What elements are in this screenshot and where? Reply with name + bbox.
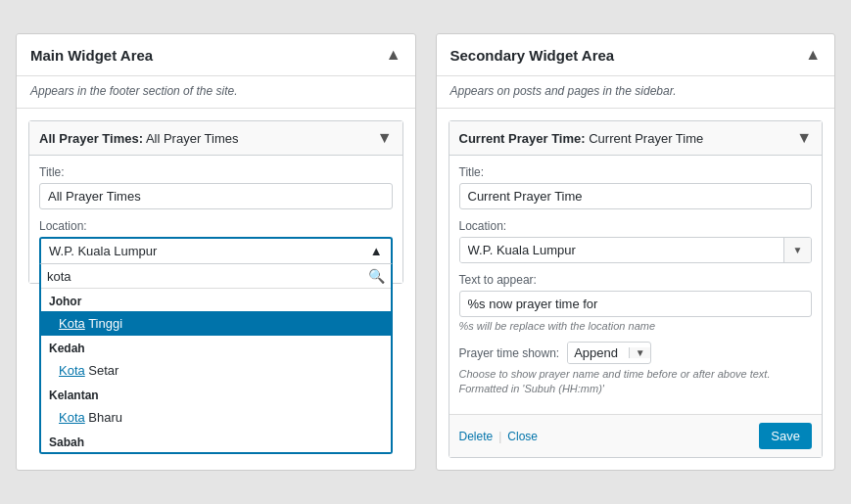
main-widget-area: Main Widget Area ▲ Appears in the footer… [16,33,416,471]
location-label: Location: [39,219,393,233]
text-appear-hint: %s will be replace with the location nam… [459,320,813,332]
all-prayer-times-widget: All Prayer Times: All Prayer Times ▼ Tit… [28,120,403,284]
dropdown-item-kota-setar[interactable]: Kota Setar [41,358,391,383]
prayer-time-hint2: Formatted in 'Subuh (HH:mm)' [459,383,813,394]
group-kedah: Kedah [41,336,391,358]
prayer-time-hint: Choose to show prayer name and time befo… [459,368,813,380]
right-title-row: Title: [459,165,813,209]
delete-link[interactable]: Delete [459,430,494,443]
main-widget-collapse-icon[interactable]: ▲ [386,46,402,64]
save-button[interactable]: Save [759,423,812,449]
prayer-time-label: Prayer time shown: [459,346,560,360]
prayer-time-select-arrow[interactable]: ▼ [629,347,650,358]
prayer-time-select-wrapper: Append Prepend ▼ [567,342,651,364]
main-widget-title: Main Widget Area [30,47,153,64]
secondary-widget-desc-italic: sidebar. [635,84,676,98]
location-dropdown-arrow: ▲ [370,244,383,258]
location-selected[interactable]: W.P. Kuala Lumpur ▲ [39,237,393,263]
footer-separator: | [498,430,501,443]
prayer-time-shown-row: Prayer time shown: Append Prepend ▼ Choo… [459,342,813,394]
group-johor: Johor [41,289,391,311]
right-location-row: Location: W.P. Kuala Lumpur ▼ [459,219,813,263]
text-appear-input[interactable] [459,291,813,317]
main-widget-desc: Appears in the footer section of the sit… [17,76,415,109]
right-location-label: Location: [459,219,813,233]
location-row: Location: W.P. Kuala Lumpur ▲ 🔍 [39,219,393,263]
current-prayer-time-body: Title: Location: W.P. Kuala Lumpur ▼ Tex… [449,156,823,414]
dropdown-item-kota-bharu[interactable]: Kota Bharu [41,405,391,430]
secondary-widget-desc: Appears on posts and pages in the sideba… [437,76,835,109]
current-prayer-time-header-title: Current Prayer Time: Current Prayer Time [459,131,704,146]
all-prayer-times-header[interactable]: All Prayer Times: All Prayer Times ▼ [29,121,402,156]
title-label: Title: [39,165,393,179]
location-dropdown: W.P. Kuala Lumpur ▲ 🔍 Johor Ko [39,237,393,263]
right-title-input[interactable] [459,183,813,209]
secondary-widget-area: Secondary Widget Area ▲ Appears on posts… [436,33,836,471]
secondary-widget-header: Secondary Widget Area ▲ [437,34,835,76]
group-sabah: Sabah [41,430,391,452]
prayer-time-select[interactable]: Append Prepend [568,343,629,363]
title-input[interactable] [39,183,393,209]
group-kelantan: Kelantan [41,383,391,405]
all-prayer-times-body: Title: Location: W.P. Kuala Lumpur ▲ [29,156,402,283]
right-location-select-wrapper: W.P. Kuala Lumpur ▼ [459,237,813,263]
current-prayer-time-header[interactable]: Current Prayer Time: Current Prayer Time… [449,121,823,156]
prayer-time-row: Prayer time shown: Append Prepend ▼ [459,342,813,364]
right-location-select-arrow[interactable]: ▼ [783,238,811,262]
widgets-container: Main Widget Area ▲ Appears in the footer… [16,33,835,471]
right-location-select[interactable]: W.P. Kuala Lumpur [460,238,784,262]
main-widget-header: Main Widget Area ▲ [17,34,415,76]
close-link[interactable]: Close [507,430,538,443]
title-row: Title: [39,165,393,209]
secondary-widget-collapse-icon[interactable]: ▲ [805,46,821,64]
location-dropdown-panel: 🔍 Johor Kota Tinggi Kedah Kota Setar [39,263,393,454]
main-widget-desc-italic: footer section of the site. [110,84,238,98]
current-prayer-time-collapse-icon[interactable]: ▼ [796,129,812,147]
current-prayer-time-widget: Current Prayer Time: Current Prayer Time… [449,120,824,458]
secondary-widget-title: Secondary Widget Area [450,47,615,64]
all-prayer-times-header-title: All Prayer Times: All Prayer Times [39,131,239,146]
widget-footer: Delete | Close Save [449,414,823,457]
location-search-input[interactable] [47,269,368,284]
location-search-row: 🔍 [41,264,391,289]
right-title-label: Title: [459,165,813,179]
all-prayer-times-collapse-icon[interactable]: ▼ [377,129,393,147]
dropdown-item-kota-tinggi[interactable]: Kota Tinggi [41,311,391,336]
search-icon: 🔍 [368,268,385,284]
footer-links: Delete | Close [459,430,539,443]
dropdown-list: Johor Kota Tinggi Kedah Kota Setar Kelan… [41,289,391,452]
text-appear-row: Text to appear: %s will be replace with … [459,273,813,332]
text-appear-label: Text to appear: [459,273,813,287]
